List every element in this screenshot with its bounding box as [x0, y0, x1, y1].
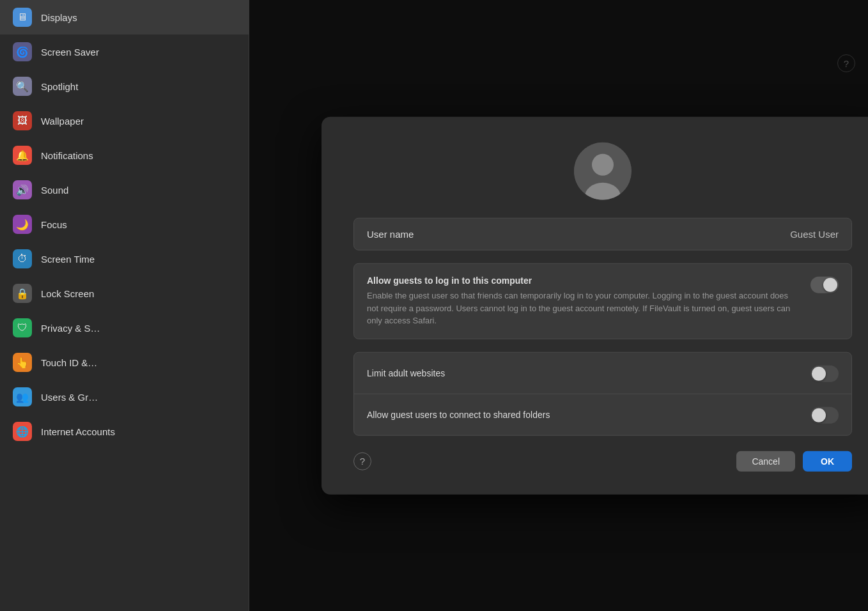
limit-adult-label: Limit adult websites: [367, 367, 445, 378]
notifications-icon: 🔔: [13, 146, 32, 165]
allow-guests-desc: Enable the guest user so that friends ca…: [367, 290, 798, 327]
sidebar-item-label: Internet Accounts: [41, 426, 115, 437]
sidebar-item-label: Sound: [41, 185, 68, 196]
internetaccounts-icon: 🌐: [13, 422, 32, 441]
users-icon: 👥: [13, 387, 32, 406]
screentime-icon: ⏱: [13, 249, 32, 268]
sidebar-item-lockscreen[interactable]: 🔒 Lock Screen: [0, 276, 249, 311]
touchid-icon: 👆: [13, 353, 32, 372]
displays-icon: 🖥: [13, 8, 32, 27]
avatar-container: [574, 143, 632, 200]
sidebar: 🖥 Displays 🌀 Screen Saver 🔍 Spotlight 🖼 …: [0, 0, 249, 611]
shared-folders-row: Allow guest users to connect to shared f…: [354, 394, 851, 435]
sidebar-item-label: Lock Screen: [41, 288, 94, 299]
allow-guests-toggle-knob: [823, 278, 837, 292]
sidebar-item-label: Users & Gr…: [41, 392, 98, 403]
screensaver-icon: 🌀: [13, 42, 32, 61]
username-label: User name: [367, 229, 414, 240]
wallpaper-icon: 🖼: [13, 111, 32, 130]
allow-guests-text: Allow guests to log in to this computer …: [367, 275, 798, 327]
sidebar-item-screensaver[interactable]: 🌀 Screen Saver: [0, 35, 249, 69]
focus-icon: 🌙: [13, 215, 32, 234]
sound-icon: 🔊: [13, 180, 32, 199]
sidebar-item-label: Spotlight: [41, 81, 78, 92]
sidebar-item-focus[interactable]: 🌙 Focus: [0, 207, 249, 242]
sidebar-item-sound[interactable]: 🔊 Sound: [0, 173, 249, 207]
sidebar-item-wallpaper[interactable]: 🖼 Wallpaper: [0, 104, 249, 138]
shared-folders-toggle[interactable]: [810, 406, 839, 423]
limit-adult-toggle[interactable]: [810, 365, 839, 382]
sidebar-item-displays[interactable]: 🖥 Displays: [0, 0, 249, 35]
footer-buttons: Cancel OK: [736, 451, 852, 471]
allow-guests-row: Allow guests to log in to this computer …: [354, 264, 851, 339]
sidebar-item-label: Screen Time: [41, 254, 95, 265]
privacy-icon: 🛡: [13, 318, 32, 337]
shared-folders-label: Allow guest users to connect to shared f…: [367, 409, 550, 419]
shared-folders-toggle-knob: [812, 408, 826, 422]
sidebar-item-label: Touch ID &…: [41, 357, 97, 368]
sidebar-item-notifications[interactable]: 🔔 Notifications: [0, 138, 249, 173]
spotlight-icon: 🔍: [13, 77, 32, 96]
modal-footer: ? Cancel OK: [353, 451, 852, 471]
sidebar-item-label: Wallpaper: [41, 116, 84, 127]
lockscreen-icon: 🔒: [13, 284, 32, 303]
username-value: Guest User: [790, 229, 839, 240]
sidebar-item-label: Focus: [41, 219, 67, 230]
sidebar-item-label: Notifications: [41, 150, 93, 161]
avatar: [574, 143, 632, 200]
sidebar-item-spotlight[interactable]: 🔍 Spotlight: [0, 69, 249, 104]
sidebar-item-internetaccounts[interactable]: 🌐 Internet Accounts: [0, 414, 249, 449]
username-row: User name Guest User: [353, 218, 852, 251]
ok-button[interactable]: OK: [803, 451, 852, 471]
modal-help-button[interactable]: ?: [353, 452, 371, 470]
guest-user-modal: User name Guest User Allow guests to log…: [322, 117, 868, 495]
limit-shared-section: Limit adult websites Allow guest users t…: [353, 352, 852, 435]
limit-adult-toggle-knob: [812, 366, 826, 380]
sidebar-item-touchid[interactable]: 👆 Touch ID &…: [0, 345, 249, 380]
limit-adult-row: Limit adult websites: [354, 352, 851, 393]
sidebar-item-screentime[interactable]: ⏱ Screen Time: [0, 242, 249, 276]
allow-guests-title: Allow guests to log in to this computer: [367, 275, 798, 286]
sidebar-item-privacy[interactable]: 🛡 Privacy & S…: [0, 311, 249, 345]
sidebar-item-label: Privacy & S…: [41, 323, 100, 334]
svg-point-1: [592, 154, 614, 176]
sidebar-item-label: Screen Saver: [41, 47, 99, 58]
sidebar-item-users[interactable]: 👥 Users & Gr…: [0, 380, 249, 414]
allow-guests-toggle[interactable]: [810, 277, 839, 293]
sidebar-item-label: Displays: [41, 12, 77, 23]
cancel-button[interactable]: Cancel: [736, 451, 795, 471]
allow-guests-section: Allow guests to log in to this computer …: [353, 263, 852, 339]
